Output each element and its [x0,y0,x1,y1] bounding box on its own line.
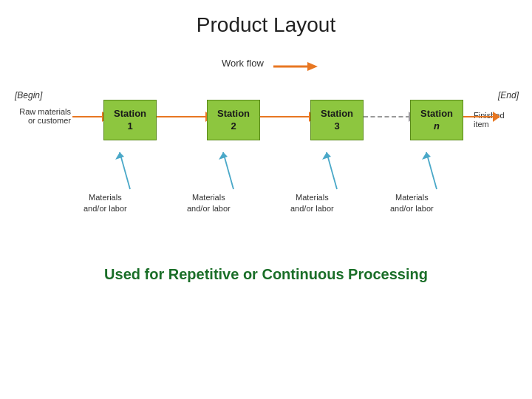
station-1-label-line2: 1 [127,120,132,133]
arrow-raw-icon [72,116,103,117]
arrow-s3-sn-icon [364,116,410,117]
arrow-finished-icon [463,116,494,117]
materials-label-4: Materialsand/or labor [390,192,434,215]
begin-label: [Begin] [15,90,42,100]
station-3-label-line1: Station [321,108,353,120]
materials-label-2: Materialsand/or labor [187,192,231,215]
station-1-label-line1: Station [114,108,146,120]
page-title: Product Layout [0,0,532,44]
workflow-label: Work flow [222,58,264,69]
station-n-label-line1: Station [420,108,453,120]
svg-line-4 [223,152,233,189]
arrow-s1-s2-icon [157,116,207,117]
raw-materials-label: Raw materialsor customer [12,107,71,125]
svg-marker-9 [422,152,431,160]
svg-marker-5 [219,152,228,160]
station-2-label-line2: 2 [231,120,236,133]
svg-marker-1 [307,62,318,71]
workflow-arrow-icon [273,59,318,74]
svg-marker-7 [322,152,331,160]
subtitle: Used for Repetitive or Continuous Proces… [0,266,532,283]
svg-line-8 [426,152,437,189]
station-3-label-line2: 3 [334,120,339,133]
diagram-area: [Begin] [End] Work flow Raw materialsor … [7,52,525,244]
svg-line-2 [120,152,130,189]
svg-marker-3 [115,152,124,160]
station-n-label-line2: n [434,120,440,133]
diag-arrows-svg [7,139,525,198]
station-2-box: Station 2 [207,100,260,140]
station-3-box: Station 3 [310,100,364,140]
svg-line-6 [327,152,337,189]
arrowhead-finished-icon [493,112,500,122]
station-n-box: Station n [410,100,463,140]
materials-label-1: Materialsand/or labor [83,192,127,215]
station-1-box: Station 1 [103,100,157,140]
end-label: [End] [498,90,519,100]
station-2-label-line1: Station [217,108,250,120]
arrow-s2-s3-icon [260,116,310,117]
materials-label-3: Materialsand/or labor [290,192,334,215]
